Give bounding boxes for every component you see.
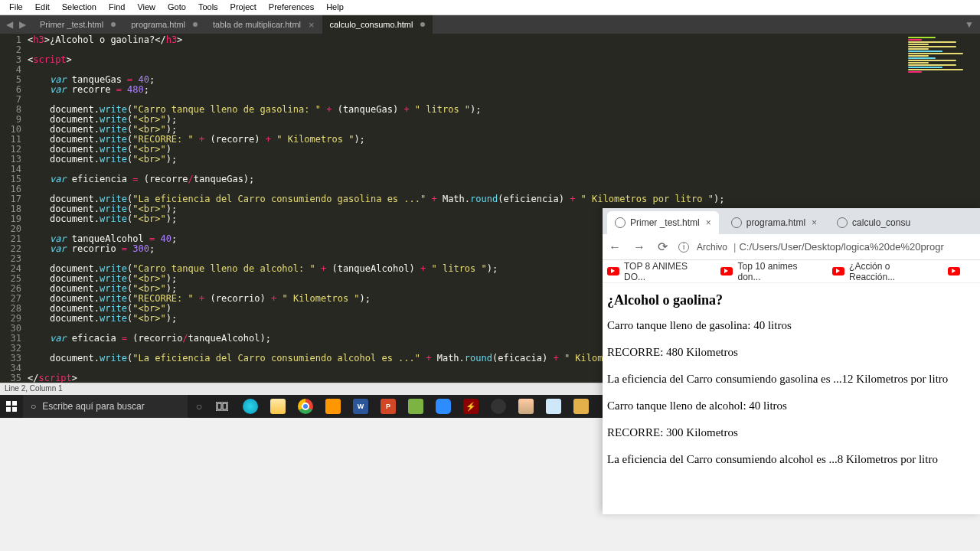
search-placeholder: Escribe aquí para buscar [42, 401, 144, 412]
app-skype[interactable] [237, 395, 264, 418]
bookmarks-bar: TOP 8 ANIMES DO...Top 10 animes don...¿A… [603, 260, 980, 283]
reload-button[interactable]: ⟳ [652, 240, 674, 254]
bookmark-item[interactable]: Top 10 animes don... [720, 261, 822, 282]
youtube-icon [948, 267, 960, 276]
page-text: RECORRE: 300 Kilometros [607, 426, 975, 439]
youtube-icon [720, 267, 733, 276]
search-icon: ○ [31, 401, 36, 412]
browser-toolbar: ← → ⟳ i Archivo | C:/Users/User/Desktop/… [603, 234, 980, 260]
bookmark-item[interactable] [948, 267, 965, 276]
cursor-position: Line 2, Column 1 [5, 384, 63, 393]
tab-label: tabla de multiplicar.html [213, 20, 301, 29]
app-flash[interactable]: ⚡ [457, 395, 485, 418]
bookmark-label: TOP 8 ANIMES DO... [624, 261, 710, 282]
svg-rect-1 [12, 401, 17, 406]
globe-icon [731, 217, 742, 228]
close-icon[interactable]: × [812, 217, 817, 228]
tab-primer--test-html[interactable]: Primer _test.html [32, 15, 123, 34]
menubar: FileEditSelectionFindViewGotoToolsProjec… [0, 0, 980, 15]
app-security[interactable] [567, 395, 595, 418]
svg-rect-6 [223, 403, 227, 409]
svg-rect-0 [6, 401, 11, 406]
address-path: C:/Users/User/Desktop/logica%20de%20prog… [739, 241, 943, 253]
globe-icon [615, 217, 626, 228]
tab-tabla-de-multiplicar-html[interactable]: tabla de multiplicar.html× [205, 15, 322, 34]
tab-label: calculo_consumo.html [330, 20, 413, 29]
tab-overflow-icon[interactable]: ▼ [959, 15, 980, 34]
browser-window: Primer _test.html×programa.html×calculo_… [603, 208, 980, 514]
tab-calculo-consumo-html[interactable]: calculo_consumo.html [322, 15, 433, 34]
start-button[interactable] [0, 395, 23, 418]
browser-tabbar: Primer _test.html×programa.html×calculo_… [603, 208, 980, 234]
svg-rect-5 [217, 403, 221, 409]
forward-button[interactable]: → [627, 240, 652, 254]
browser-tab-label: calculo_consu [852, 217, 910, 228]
close-tab-icon[interactable]: × [309, 19, 315, 31]
app-chrome[interactable] [292, 395, 319, 418]
page-text: Carro tanque lleno de gasolina: 40 litro… [607, 319, 975, 332]
app-sublime[interactable] [319, 395, 347, 418]
menu-edit[interactable]: Edit [29, 0, 56, 15]
youtube-icon [607, 267, 619, 276]
bookmark-item[interactable]: ¿Acción o Reacción... [832, 261, 937, 282]
menu-file[interactable]: File [3, 0, 29, 15]
page-text: La eficiencia del Carro consumiendo alco… [607, 453, 975, 466]
browser-tab-label: programa.html [746, 217, 805, 228]
menu-help[interactable]: Help [320, 0, 350, 15]
dirty-dot-icon [420, 22, 425, 27]
dirty-dot-icon [111, 22, 116, 27]
close-icon[interactable]: × [706, 217, 711, 228]
page-body: ¿Alcohol o gaolina? Carro tanque lleno d… [603, 283, 980, 489]
browser-tab-calculo-consu[interactable]: calculo_consu [829, 211, 918, 234]
taskbar-search[interactable]: ○ Escribe aquí para buscar [23, 395, 188, 418]
nav-left-icon[interactable]: ◀ [3, 19, 16, 30]
bookmark-label: Top 10 animes don... [737, 261, 822, 282]
cortana-icon[interactable]: ○ [188, 395, 211, 418]
page-text: RECORRE: 480 Kilometros [607, 346, 975, 359]
browser-tab-label: Primer _test.html [630, 217, 700, 228]
bookmark-item[interactable]: TOP 8 ANIMES DO... [607, 261, 710, 282]
app-explorer[interactable] [264, 395, 292, 418]
taskview-icon[interactable] [211, 395, 234, 418]
menu-view[interactable]: View [131, 0, 162, 15]
app-powerpoint[interactable]: P [374, 395, 402, 418]
page-text: La eficiencia del Carro consumiendo gaso… [607, 373, 975, 386]
app-obs[interactable] [485, 395, 512, 418]
menu-find[interactable]: Find [103, 0, 131, 15]
back-button[interactable]: ← [603, 240, 627, 254]
menu-preferences[interactable]: Preferences [263, 0, 320, 15]
taskbar-apps: W P ⚡ [237, 395, 595, 418]
minimap[interactable] [908, 37, 977, 106]
bookmark-label: ¿Acción o Reacción... [849, 261, 937, 282]
app-green[interactable] [402, 395, 430, 418]
tab-nav-arrows[interactable]: ◀ ▶ [0, 15, 32, 34]
app-word[interactable]: W [347, 395, 374, 418]
info-icon: i [678, 242, 689, 253]
tab-label: Primer _test.html [40, 20, 103, 29]
app-paint[interactable] [512, 395, 540, 418]
editor-tabbar: ◀ ▶ Primer _test.htmlprograma.htmltabla … [0, 15, 980, 34]
browser-tab-primer--test-html[interactable]: Primer _test.html× [607, 211, 719, 234]
browser-tab-programa-html[interactable]: programa.html× [724, 211, 825, 234]
svg-rect-2 [6, 407, 11, 412]
app-notepad[interactable] [540, 395, 567, 418]
line-gutter: 1234567891011121314151617181920212223242… [0, 34, 28, 383]
globe-icon [837, 217, 848, 228]
svg-rect-3 [12, 407, 17, 412]
page-title: ¿Alcohol o gaolina? [607, 292, 975, 308]
app-zoom[interactable] [430, 395, 457, 418]
menu-goto[interactable]: Goto [162, 0, 192, 15]
menu-tools[interactable]: Tools [192, 0, 224, 15]
nav-right-icon[interactable]: ▶ [16, 19, 29, 30]
page-text: Carro tanque lleno de alcohol: 40 litros [607, 399, 975, 412]
menu-project[interactable]: Project [224, 0, 263, 15]
address-scheme: Archivo [694, 241, 730, 253]
address-bar[interactable]: i Archivo | C:/Users/User/Desktop/logica… [674, 241, 980, 253]
dirty-dot-icon [193, 22, 198, 27]
tab-label: programa.html [131, 20, 185, 29]
youtube-icon [832, 267, 844, 276]
menu-selection[interactable]: Selection [56, 0, 103, 15]
tab-programa-html[interactable]: programa.html [123, 15, 205, 34]
